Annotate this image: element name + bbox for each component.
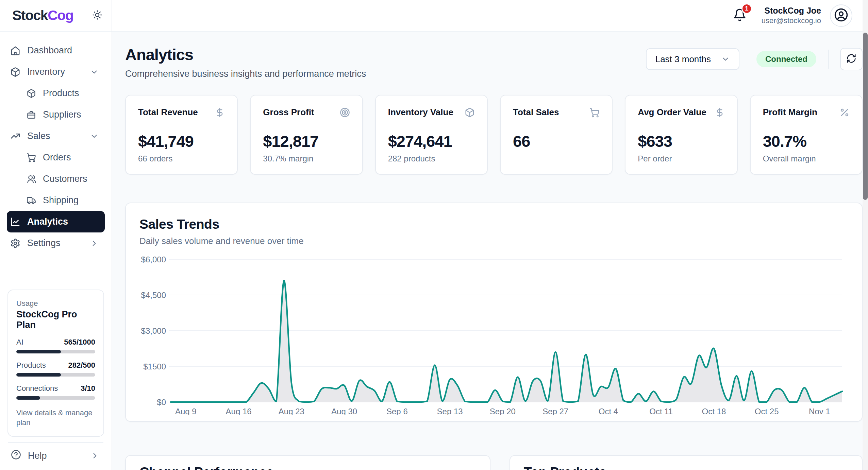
sidebar-item-customers[interactable]: Customers [7, 168, 105, 190]
sidebar-item-dashboard[interactable]: Dashboard [7, 40, 105, 61]
svg-text:$1500: $1500 [143, 362, 166, 371]
sidebar-item-orders[interactable]: Orders [7, 147, 105, 168]
theme-toggle-button[interactable] [92, 10, 102, 21]
svg-text:Aug 23: Aug 23 [279, 407, 304, 415]
chart-line [171, 281, 842, 402]
dollar-icon [715, 107, 725, 118]
briefcase-icon [27, 110, 36, 120]
meter-track [16, 373, 95, 377]
cart-icon [27, 153, 36, 162]
sidebar-item-label: Analytics [27, 216, 68, 227]
notifications-button[interactable]: 1 [733, 8, 747, 23]
card-title: Channel Performance [139, 465, 476, 470]
svg-text:$0: $0 [157, 398, 166, 407]
sidebar-item-settings[interactable]: Settings [7, 232, 105, 254]
dollar-icon [215, 107, 225, 118]
trending-up-icon [10, 131, 20, 141]
usage-meters: AI565/1000Products282/500Connections3/10 [16, 338, 95, 400]
sidebar-nav: DashboardInventoryProductsSuppliersSales… [0, 32, 112, 290]
metric-subtext: Per order [638, 154, 724, 163]
sidebar-item-label: Shipping [43, 195, 79, 206]
area-chart: $0$1500$3,000$4,500$6,000Aug 9Aug 16Aug … [139, 255, 845, 415]
chevron-down-icon [90, 68, 99, 76]
refresh-button[interactable] [840, 48, 863, 70]
metric-title: Inventory Value [388, 107, 453, 118]
cart-icon [589, 107, 600, 118]
sidebar-item-label: Dashboard [27, 45, 72, 56]
user-block: StockCog Joe user@stockcog.io [762, 6, 821, 25]
metric-card-inventory-value: Inventory Value$274,641282 products [375, 95, 488, 175]
card-channel-performance: Channel Performance [125, 455, 490, 470]
page-header: Analytics Comprehensive business insight… [125, 45, 863, 79]
sidebar-header: StockCog [0, 0, 112, 32]
usage-meter-products: Products282/500 [16, 361, 95, 377]
metric-title: Total Revenue [138, 107, 198, 118]
metric-card-avg-order-value: Avg Order Value$633Per order [625, 95, 737, 175]
sidebar-item-help[interactable]: Help [7, 445, 104, 467]
card-title: Top Products [524, 465, 848, 470]
chevron-down-icon [90, 68, 99, 76]
meter-label: AI [16, 338, 23, 347]
chevron-right-icon [90, 239, 99, 248]
truck-icon [27, 196, 36, 205]
package-icon [27, 89, 36, 98]
usage-meter-connections: Connections3/10 [16, 384, 95, 400]
meter-track [16, 350, 95, 353]
sidebar-item-label: Suppliers [43, 109, 81, 120]
metric-value: $274,641 [388, 132, 475, 151]
metric-value: $633 [638, 132, 724, 151]
sidebar-item-suppliers[interactable]: Suppliers [7, 104, 105, 125]
metric-subtext: 282 products [388, 154, 475, 163]
metric-subtext: 66 orders [138, 154, 225, 163]
help-icon [11, 450, 21, 462]
bottom-cards-row: Channel PerformanceTop Products [125, 455, 863, 470]
card-top-products: Top Products [510, 455, 863, 470]
date-range-select[interactable]: Last 3 months [646, 48, 739, 70]
metric-title: Gross Profit [263, 107, 314, 118]
avatar-button[interactable] [830, 4, 852, 27]
main-content: Analytics Comprehensive business insight… [112, 32, 868, 470]
svg-text:Oct 11: Oct 11 [649, 407, 673, 415]
svg-text:Aug 9: Aug 9 [175, 407, 197, 415]
help-label: Help [28, 451, 47, 461]
sidebar-item-products[interactable]: Products [7, 83, 105, 104]
refresh-icon [846, 53, 856, 64]
percent-icon [839, 107, 850, 118]
sidebar-item-shipping[interactable]: Shipping [7, 190, 105, 211]
page-subtitle: Comprehensive business insights and perf… [125, 69, 366, 79]
sidebar-item-analytics[interactable]: Analytics [7, 211, 105, 232]
metric-card-gross-profit: Gross Profit$12,81730.7% margin [250, 95, 363, 175]
sidebar-item-label: Sales [27, 131, 50, 141]
user-name: StockCog Joe [762, 6, 821, 16]
metric-value: 66 [513, 132, 600, 151]
usage-meter-ai: AI565/1000 [16, 338, 95, 353]
user-circle-icon [834, 8, 848, 22]
app-window: StockCog DashboardInventoryProductsSuppl… [0, 0, 868, 470]
svg-text:Sep 13: Sep 13 [437, 407, 463, 415]
sidebar-item-inventory[interactable]: Inventory [7, 61, 105, 83]
meter-value: 282/500 [68, 361, 95, 370]
svg-text:Sep 27: Sep 27 [542, 407, 568, 415]
chevron-down-icon [90, 132, 99, 141]
metric-subtext: 30.7% margin [263, 154, 350, 163]
scrollbar-thumb[interactable] [863, 33, 868, 200]
controls-divider [828, 50, 829, 69]
usage-title: Usage [16, 299, 95, 308]
svg-text:$3,000: $3,000 [141, 326, 166, 335]
svg-text:Oct 18: Oct 18 [702, 407, 726, 415]
svg-text:Sep 6: Sep 6 [386, 407, 408, 415]
target-icon [340, 107, 350, 118]
sidebar-bottom: Usage StockCog Pro Plan AI565/1000Produc… [0, 290, 112, 470]
sidebar-item-label: Customers [43, 174, 87, 184]
logo-part-1: Stock [12, 7, 48, 23]
chevron-down-icon [721, 55, 730, 64]
line-chart-icon [10, 217, 20, 227]
sidebar-item-sales[interactable]: Sales [7, 125, 105, 147]
meter-value: 3/10 [81, 384, 95, 393]
vertical-scrollbar [863, 0, 868, 470]
metric-title: Avg Order Value [638, 107, 706, 118]
manage-plan-link[interactable]: View details & manage plan [16, 408, 95, 428]
help-icon [11, 450, 21, 460]
meter-label: Connections [16, 384, 58, 393]
package-icon [10, 67, 20, 77]
